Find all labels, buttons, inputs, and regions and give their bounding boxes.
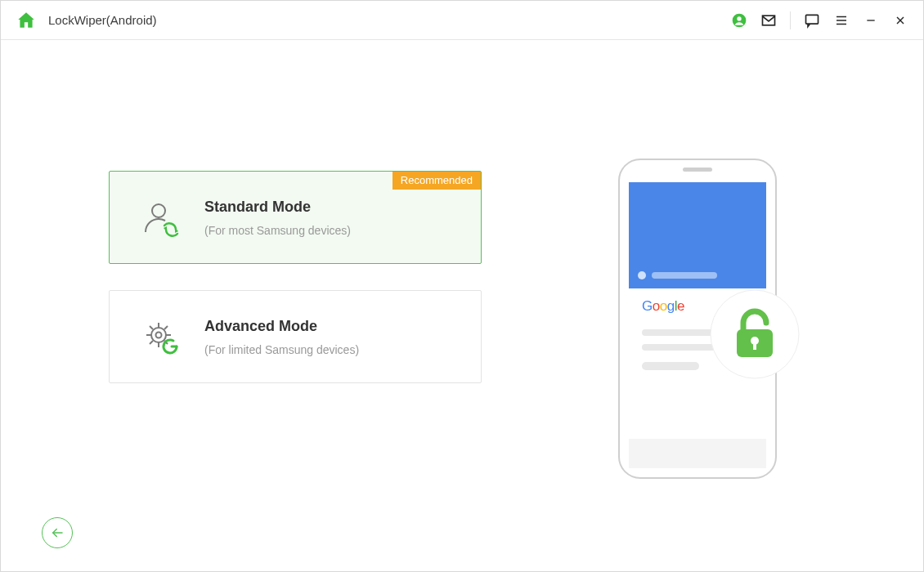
svg-rect-33 bbox=[629, 439, 766, 468]
svg-point-10 bbox=[152, 204, 165, 217]
svg-point-14 bbox=[156, 333, 162, 338]
mode-cards: Recommended Standard Mode (For most Sams… bbox=[109, 171, 482, 383]
main-content: Recommended Standard Mode (For most Sams… bbox=[1, 40, 923, 571]
app-title: LockWiper(Android) bbox=[48, 13, 157, 27]
svg-line-19 bbox=[150, 326, 153, 329]
titlebar: LockWiper(Android) bbox=[1, 1, 923, 40]
user-refresh-icon bbox=[137, 194, 183, 240]
titlebar-controls bbox=[731, 11, 908, 29]
svg-point-27 bbox=[638, 271, 646, 279]
standard-mode-subtitle: (For most Samsung devices) bbox=[204, 224, 351, 237]
app-window: LockWiper(Android) bbox=[0, 0, 924, 572]
standard-mode-text: Standard Mode (For most Samsung devices) bbox=[204, 199, 351, 237]
google-logo: Google bbox=[642, 298, 684, 315]
advanced-mode-card[interactable]: Advanced Mode (For limited Samsung devic… bbox=[109, 290, 482, 383]
back-button[interactable] bbox=[42, 517, 73, 548]
svg-line-22 bbox=[164, 326, 168, 329]
advanced-mode-title: Advanced Mode bbox=[204, 318, 359, 335]
feedback-icon[interactable] bbox=[804, 12, 820, 29]
standard-mode-title: Standard Mode bbox=[204, 199, 351, 216]
standard-mode-card[interactable]: Recommended Standard Mode (For most Sams… bbox=[109, 171, 482, 264]
svg-rect-25 bbox=[683, 168, 712, 172]
svg-line-21 bbox=[150, 341, 153, 344]
svg-point-13 bbox=[151, 328, 166, 342]
gear-g-icon bbox=[137, 314, 183, 360]
divider bbox=[790, 11, 791, 29]
svg-rect-32 bbox=[642, 362, 699, 370]
menu-icon[interactable] bbox=[833, 12, 850, 29]
svg-rect-37 bbox=[753, 342, 756, 350]
mail-icon[interactable] bbox=[760, 12, 777, 29]
advanced-mode-text: Advanced Mode (For limited Samsung devic… bbox=[204, 318, 359, 356]
phone-illustration: Google bbox=[614, 154, 802, 506]
svg-rect-28 bbox=[652, 272, 717, 279]
account-icon[interactable] bbox=[731, 12, 747, 29]
svg-point-1 bbox=[737, 16, 741, 20]
svg-rect-3 bbox=[806, 15, 819, 24]
home-icon[interactable] bbox=[16, 10, 37, 31]
recommended-badge: Recommended bbox=[392, 172, 481, 190]
minimize-button[interactable] bbox=[863, 12, 879, 29]
close-button[interactable] bbox=[892, 12, 908, 29]
advanced-mode-subtitle: (For limited Samsung devices) bbox=[204, 343, 359, 356]
